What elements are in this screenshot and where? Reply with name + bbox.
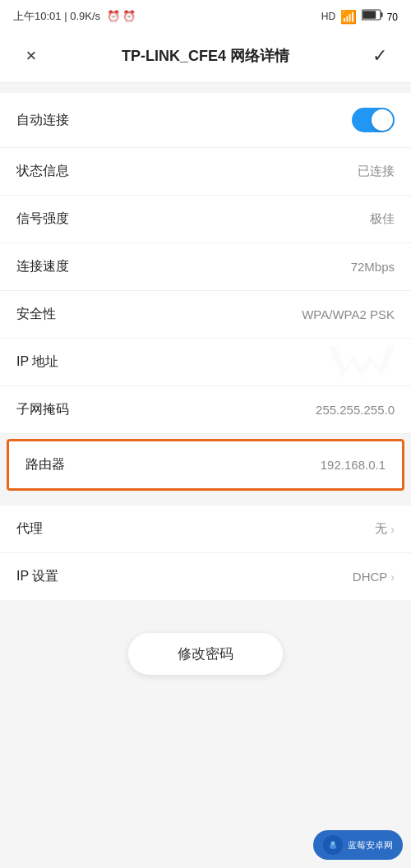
router-value: 192.168.0.1: [321, 458, 386, 472]
header: × TP-LINK_CFE4 网络详情 ✓: [0, 30, 411, 83]
status-value: 已连接: [358, 164, 395, 179]
svg-rect-2: [381, 12, 383, 17]
modify-password-button[interactable]: 修改密码: [128, 633, 283, 675]
speed-value: 72Mbps: [351, 260, 395, 274]
connection-speed-row: 连接速度 72Mbps: [0, 243, 411, 291]
status-bar: 上午10:01 | 0.9K/s ⏰ ⏰ HD 📶 70: [0, 0, 411, 30]
watermark-logo: 蓝莓安卓网: [313, 830, 403, 860]
confirm-button[interactable]: ✓: [365, 41, 395, 71]
proxy-value-group: 无 ›: [375, 521, 395, 537]
ip-watermark: [329, 346, 395, 379]
content: 自动连接 状态信息 已连接 信号强度 极佳 连接速度 72Mbps 安全性 WP…: [0, 93, 411, 699]
ip-address-row: IP 地址: [0, 339, 411, 386]
proxy-arrow-icon: ›: [390, 523, 395, 536]
page-title: TP-LINK_CFE4 网络详情: [46, 46, 365, 66]
subnet-mask-row: 子网掩码 255.255.255.0: [0, 386, 411, 434]
subnet-value: 255.255.255.0: [316, 403, 395, 417]
svg-rect-1: [363, 11, 376, 19]
auto-connect-toggle[interactable]: [352, 108, 395, 132]
router-row: 路由器 192.168.0.1: [7, 439, 404, 491]
router-label: 路由器: [25, 456, 65, 473]
ip-settings-label: IP 设置: [16, 568, 58, 585]
ip-settings-row[interactable]: IP 设置 DHCP ›: [0, 553, 411, 600]
subnet-label: 子网掩码: [16, 401, 69, 418]
status-time: 上午10:01: [13, 10, 62, 22]
bottom-section: 修改密码: [0, 600, 411, 699]
status-time-speed: 上午10:01 | 0.9K/s ⏰ ⏰: [13, 9, 136, 24]
auto-connect-label: 自动连接: [16, 112, 69, 129]
status-row: 状态信息 已连接: [0, 148, 411, 196]
close-button[interactable]: ×: [16, 41, 46, 71]
wifi-icon: 📶: [340, 9, 357, 25]
proxy-row[interactable]: 代理 无 ›: [0, 506, 411, 553]
proxy-value: 无: [375, 521, 387, 537]
status-label: 状态信息: [16, 163, 69, 180]
auto-connect-row: 自动连接: [0, 93, 411, 148]
router-row-wrapper: 路由器 192.168.0.1: [0, 434, 411, 496]
battery-level: 70: [387, 12, 398, 23]
status-icons: HD 📶 70: [321, 9, 398, 25]
security-value: WPA/WPA2 PSK: [302, 307, 395, 321]
proxy-label: 代理: [16, 520, 43, 538]
svg-marker-3: [329, 347, 395, 377]
proxy-ip-card: 代理 无 › IP 设置 DHCP ›: [0, 506, 411, 600]
svg-point-6: [331, 842, 335, 846]
signal-strength-row: 信号强度 极佳: [0, 196, 411, 243]
ip-address-label: IP 地址: [16, 353, 58, 371]
security-row: 安全性 WPA/WPA2 PSK: [0, 291, 411, 339]
signal-label: 信号强度: [16, 210, 69, 228]
status-speed-value: 0.9K/s: [70, 10, 100, 22]
watermark-logo-icon: [323, 835, 343, 855]
security-label: 安全性: [16, 306, 56, 323]
signal-value: 极佳: [370, 211, 395, 227]
ip-settings-value: DHCP: [353, 570, 388, 584]
network-details-card: 自动连接 状态信息 已连接 信号强度 极佳 连接速度 72Mbps 安全性 WP…: [0, 93, 411, 496]
ip-settings-value-group: DHCP ›: [353, 570, 395, 584]
watermark-logo-text: 蓝莓安卓网: [348, 839, 393, 852]
ip-settings-arrow-icon: ›: [390, 570, 395, 584]
battery-icon: 70: [362, 9, 398, 24]
clock-icon: ⏰: [107, 10, 120, 22]
network-signal-icon: HD: [321, 11, 335, 22]
speed-label: 连接速度: [16, 258, 69, 275]
alarm-icon: ⏰: [122, 10, 136, 22]
